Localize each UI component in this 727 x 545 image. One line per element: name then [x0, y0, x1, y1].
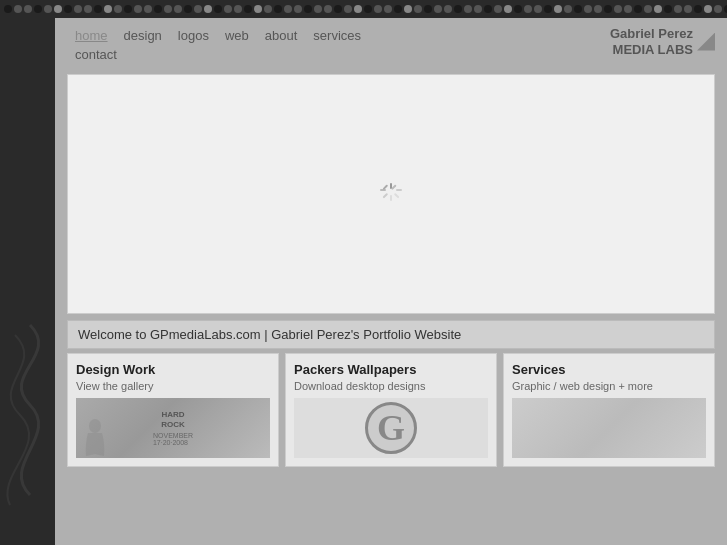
- logo-arrow-icon: [697, 33, 715, 51]
- packers-subtitle: Download desktop designs: [294, 380, 488, 392]
- dots-bar: [0, 0, 727, 18]
- nav-contact[interactable]: contact: [67, 45, 427, 64]
- services-subtitle: Graphic / web design + more: [512, 380, 706, 392]
- dots-bar-inner: [4, 5, 727, 13]
- spinner-svg: [379, 182, 403, 206]
- nav-logos[interactable]: logos: [170, 26, 217, 45]
- logo-text: Gabriel Perez MEDIA LABS: [610, 26, 693, 57]
- left-sidebar: [0, 18, 55, 545]
- hardrock-text: HARDROCK: [161, 410, 185, 431]
- svg-line-5: [384, 194, 387, 197]
- nav-home[interactable]: home: [67, 26, 116, 45]
- loading-spinner: [379, 182, 403, 206]
- nav-services[interactable]: services: [305, 26, 369, 45]
- svg-line-3: [395, 194, 398, 197]
- sidebar-pattern: [0, 18, 55, 545]
- design-work-subtitle: View the gallery: [76, 380, 270, 392]
- nav-about[interactable]: about: [257, 26, 306, 45]
- logo-name: Gabriel Perez MEDIA LABS: [610, 26, 693, 57]
- main-content: home design logos web about services con…: [55, 18, 727, 545]
- design-work-image: HARDROCK NOVEMBER17·20·2008: [76, 398, 270, 458]
- services-image: [512, 398, 706, 458]
- design-work-title: Design Work: [76, 362, 270, 377]
- svg-line-7: [384, 186, 387, 189]
- packers-image: G: [294, 398, 488, 458]
- figure-silhouette: [80, 418, 110, 458]
- cards-row: Design Work View the gallery HARDROCK NO…: [67, 353, 715, 467]
- nav-area: home design logos web about services con…: [67, 26, 427, 64]
- packers-logo-container: G: [294, 398, 488, 458]
- services-card[interactable]: Services Graphic / web design + more: [503, 353, 715, 467]
- packers-g-logo: G: [365, 402, 417, 454]
- services-title: Services: [512, 362, 706, 377]
- welcome-bar: Welcome to GPmediaLabs.com | Gabriel Per…: [67, 320, 715, 349]
- logo-row: Gabriel Perez MEDIA LABS: [610, 26, 715, 57]
- svg-point-8: [89, 419, 101, 433]
- hardrock-image: HARDROCK NOVEMBER17·20·2008: [76, 398, 270, 458]
- welcome-text: Welcome to GPmediaLabs.com | Gabriel Per…: [78, 327, 461, 342]
- sidebar-decoration: [0, 315, 55, 515]
- packers-title: Packers Wallpapers: [294, 362, 488, 377]
- nav-design[interactable]: design: [116, 26, 170, 45]
- services-image-placeholder: [512, 398, 706, 458]
- svg-line-1: [392, 186, 395, 189]
- content-box: [67, 74, 715, 314]
- logo-area: Gabriel Perez MEDIA LABS: [610, 26, 715, 57]
- header: home design logos web about services con…: [55, 18, 727, 68]
- hardrock-date: NOVEMBER17·20·2008: [153, 432, 193, 446]
- packers-wallpapers-card[interactable]: Packers Wallpapers Download desktop desi…: [285, 353, 497, 467]
- design-work-card[interactable]: Design Work View the gallery HARDROCK NO…: [67, 353, 279, 467]
- nav-web[interactable]: web: [217, 26, 257, 45]
